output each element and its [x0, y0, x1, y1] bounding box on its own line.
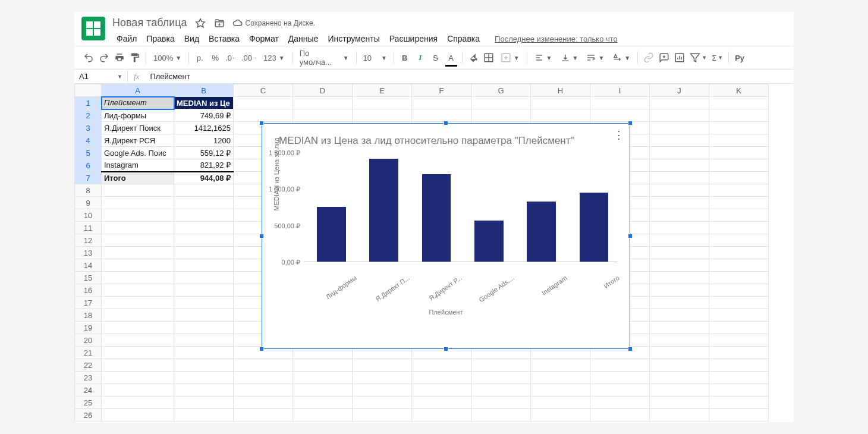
cell[interactable] — [174, 397, 234, 409]
cell[interactable]: Лид-формы — [102, 109, 174, 122]
cell[interactable] — [174, 322, 234, 334]
row-header[interactable]: 24 — [75, 384, 102, 397]
cell[interactable] — [650, 322, 709, 334]
print-icon[interactable] — [112, 50, 127, 65]
cell[interactable] — [650, 147, 709, 159]
row-header[interactable]: 7 — [75, 172, 102, 184]
fill-color-icon[interactable] — [466, 50, 480, 65]
resize-handle[interactable] — [444, 121, 448, 125]
zoom-select[interactable]: 100%▼ — [150, 54, 185, 62]
cell[interactable] — [709, 172, 769, 184]
column-header[interactable]: G — [471, 84, 531, 97]
cell[interactable] — [590, 109, 650, 122]
column-header[interactable]: D — [293, 84, 353, 97]
sheets-logo-icon[interactable] — [81, 17, 105, 40]
cell[interactable] — [650, 384, 709, 397]
cell[interactable]: Итого — [102, 172, 174, 184]
cell[interactable] — [650, 159, 709, 172]
row-header[interactable]: 13 — [75, 247, 102, 259]
menu-file[interactable]: Файл — [112, 32, 141, 46]
spreadsheet-grid[interactable]: ABCDEFGHIJK1ПлейсментMEDIAN из Це2Лид-фо… — [74, 84, 794, 422]
cell[interactable]: 944,08 ₽ — [174, 172, 234, 184]
cell[interactable] — [102, 184, 174, 197]
borders-icon[interactable] — [482, 50, 496, 65]
cell[interactable] — [174, 222, 234, 234]
cell[interactable] — [412, 97, 471, 109]
cell[interactable] — [650, 284, 709, 297]
cell[interactable] — [709, 284, 769, 297]
cell[interactable]: Instagram — [102, 159, 174, 172]
cell[interactable] — [353, 397, 412, 409]
resize-handle[interactable] — [444, 347, 448, 351]
cell[interactable] — [650, 309, 709, 322]
cell[interactable] — [102, 234, 174, 247]
resize-handle[interactable] — [628, 347, 633, 351]
cell[interactable] — [102, 284, 174, 297]
cell[interactable] — [102, 272, 174, 284]
cell[interactable] — [709, 234, 769, 247]
cell[interactable] — [709, 297, 769, 309]
column-header[interactable]: F — [412, 84, 471, 97]
cell[interactable] — [174, 309, 234, 322]
row-header[interactable]: 6 — [75, 159, 102, 172]
decrease-decimal[interactable]: .0← — [224, 50, 238, 65]
cell[interactable] — [174, 384, 234, 397]
cell[interactable] — [102, 322, 174, 334]
increase-decimal[interactable]: .00→ — [240, 50, 259, 65]
cell[interactable] — [650, 297, 709, 309]
cell[interactable] — [174, 259, 234, 272]
cell[interactable] — [353, 372, 412, 384]
cell[interactable] — [412, 109, 471, 122]
cell[interactable] — [709, 259, 769, 272]
cell[interactable]: 749,69 ₽ — [174, 109, 234, 122]
cell[interactable] — [709, 409, 769, 422]
cell[interactable] — [102, 309, 174, 322]
cell[interactable] — [234, 97, 293, 109]
cell[interactable] — [650, 347, 709, 359]
cell[interactable] — [102, 209, 174, 222]
text-color-button[interactable]: A — [444, 50, 458, 65]
doc-title[interactable]: Новая таблица — [112, 17, 187, 29]
cell[interactable] — [293, 109, 353, 122]
cell[interactable] — [709, 97, 769, 109]
cell[interactable] — [590, 409, 650, 422]
chart-menu-icon[interactable]: ⋮ — [614, 128, 624, 141]
cell[interactable] — [234, 384, 293, 397]
cell[interactable] — [650, 409, 709, 422]
cell[interactable]: 821,92 ₽ — [174, 159, 234, 172]
cell[interactable] — [234, 372, 293, 384]
cell[interactable] — [412, 384, 471, 397]
cell[interactable] — [709, 372, 769, 384]
resize-handle[interactable] — [259, 347, 264, 351]
cell[interactable] — [471, 409, 531, 422]
formula-input[interactable]: Плейсмент — [145, 72, 794, 81]
embedded-chart[interactable]: ⋮ MEDIAN из Цена за лид относительно пар… — [262, 123, 630, 349]
chart-bar[interactable] — [369, 159, 398, 262]
cell[interactable] — [174, 234, 234, 247]
row-header[interactable]: 12 — [75, 234, 102, 247]
cell[interactable] — [174, 284, 234, 297]
cell[interactable] — [174, 372, 234, 384]
cell[interactable] — [471, 97, 531, 109]
cell[interactable] — [102, 247, 174, 259]
cell[interactable] — [102, 222, 174, 234]
cell[interactable] — [590, 372, 650, 384]
row-header[interactable]: 9 — [75, 197, 102, 209]
merge-cells-icon[interactable]: ▼ — [497, 52, 523, 63]
cell[interactable] — [174, 297, 234, 309]
v-align-icon[interactable]: ▼ — [557, 53, 582, 62]
cell[interactable]: Я.Директ Поиск — [102, 122, 174, 134]
strikethrough-button[interactable]: S — [429, 50, 443, 65]
menu-format[interactable]: Формат — [245, 32, 283, 46]
text-wrap-icon[interactable]: ▼ — [583, 53, 608, 62]
cell[interactable] — [650, 184, 709, 197]
cell[interactable] — [102, 334, 174, 347]
column-header[interactable]: B — [174, 84, 234, 97]
cell[interactable] — [650, 172, 709, 184]
column-header[interactable]: C — [234, 84, 293, 97]
column-header[interactable]: E — [353, 84, 412, 97]
cell[interactable] — [709, 134, 769, 147]
cell[interactable] — [102, 359, 174, 372]
row-header[interactable]: 11 — [75, 222, 102, 234]
resize-handle[interactable] — [628, 234, 633, 238]
